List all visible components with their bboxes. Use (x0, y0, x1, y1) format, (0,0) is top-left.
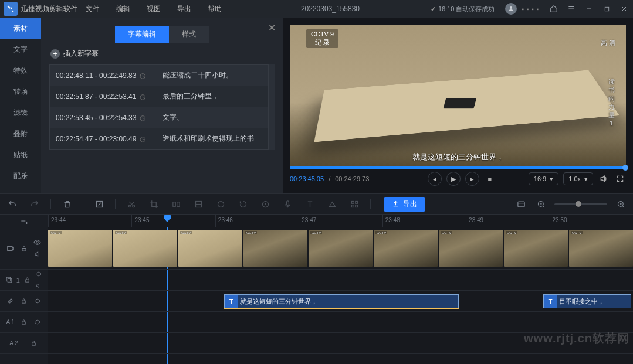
nav-music[interactable]: 配乐 (0, 165, 41, 186)
text-button[interactable] (303, 198, 316, 210)
subtitle-row[interactable]: 00:22:54.47 - 00:23:00.49◷ 造纸术和印刷术使得现上的书 (50, 128, 268, 149)
sound-icon (34, 282, 42, 290)
nav-filter[interactable]: 滤镜 (0, 102, 41, 123)
subtitle-clip[interactable]: T 目不暇接之中， (543, 294, 631, 308)
prev-frame-button[interactable]: ◂ (428, 172, 442, 186)
subtitle-scrollbar[interactable] (269, 64, 275, 150)
track-header-3[interactable] (0, 291, 48, 312)
volume-icon[interactable] (598, 173, 610, 185)
speed-select[interactable]: 1.0x▾ (563, 172, 593, 185)
fullscreen-icon[interactable] (614, 173, 626, 185)
track-header-a1[interactable]: A 1 (0, 312, 48, 333)
lock-icon (20, 297, 28, 305)
text-clip-icon: T (225, 295, 238, 308)
eye-icon (34, 270, 42, 278)
next-frame-button[interactable]: ▸ (465, 172, 479, 186)
nav-overlay[interactable]: 叠附 (0, 123, 41, 144)
home-button[interactable] (545, 0, 563, 18)
delete-button[interactable] (60, 198, 73, 210)
audio-track-2[interactable] (48, 333, 633, 354)
video-track[interactable]: CCTV CCTV CCTV CCTV CCTV CCTV CCTV CCTV … (48, 227, 633, 270)
maximize-button[interactable] (598, 0, 615, 18)
tool-a[interactable] (192, 198, 205, 210)
tab-subtitle-edit[interactable]: 字幕编辑 (115, 26, 169, 43)
redo-button[interactable] (28, 198, 41, 210)
scrub-handle[interactable] (622, 165, 628, 171)
tool-c[interactable] (326, 198, 338, 210)
tab-subtitle-style[interactable]: 样式 (169, 26, 209, 43)
clip-thumb[interactable]: CCTV (243, 230, 307, 267)
tracklist-button[interactable] (0, 215, 48, 227)
export-button[interactable]: 导出 (384, 197, 425, 212)
zoom-slider-knob[interactable] (576, 201, 581, 207)
clip-thumb[interactable]: CCTV (439, 230, 503, 267)
menu-file[interactable]: 文件 (77, 4, 108, 14)
hamburger-button[interactable] (563, 0, 580, 18)
time-total: 00:24:29.73 (335, 175, 369, 182)
speed-button[interactable] (259, 198, 272, 210)
menu-edit[interactable]: 编辑 (108, 4, 138, 14)
subtitle-clip[interactable]: T 就是这短短的三分钟世界， (224, 294, 459, 308)
aspect-ratio-select[interactable]: 16:9▾ (529, 172, 558, 185)
rotate-button[interactable] (236, 198, 249, 210)
panel-close-icon[interactable]: ✕ (268, 22, 276, 33)
scrub-bar[interactable] (290, 166, 626, 169)
preview-canvas[interactable]: CCTV 9 纪 录 高 清 读书的力量 1 就是这短短的三分钟世界， (290, 25, 626, 166)
track-body[interactable]: 23:44 23:45 23:46 23:47 23:48 23:49 23:5… (48, 215, 633, 364)
zoom-slider[interactable] (554, 203, 607, 205)
nav-text[interactable]: 文字 (0, 39, 41, 60)
clip-thumb[interactable]: CCTV (569, 230, 633, 267)
user-avatar[interactable] (505, 3, 517, 15)
lock-icon (23, 276, 31, 284)
crop-button[interactable] (147, 198, 160, 210)
zoom-out-button[interactable] (534, 198, 547, 210)
svg-rect-8 (177, 202, 179, 206)
snapshot-button[interactable] (514, 198, 527, 210)
nav-sticker[interactable]: 贴纸 (0, 144, 41, 165)
nav-effects[interactable]: 特效 (0, 60, 41, 81)
channel-badge: CCTV 9 纪 录 (306, 29, 338, 48)
minimize-button[interactable] (580, 0, 598, 18)
svg-rect-13 (351, 201, 354, 203)
time-ruler[interactable]: 23:44 23:45 23:46 23:47 23:48 23:49 23:5… (48, 215, 633, 227)
clip-thumb[interactable]: CCTV (374, 230, 438, 267)
svg-rect-27 (22, 322, 26, 324)
clip-thumb[interactable]: CCTV (113, 230, 177, 267)
svg-rect-7 (172, 202, 175, 206)
subtitle-track[interactable]: T 就是这短短的三分钟世界， T 目不暇接之中， (48, 291, 633, 312)
tool-b[interactable] (214, 198, 227, 210)
subtitle-row[interactable]: 00:22:51.87 - 00:22:53.41◷ 最后的三分钟里， (50, 86, 268, 107)
clip-thumb[interactable]: CCTV (309, 230, 373, 267)
cut-button[interactable] (125, 198, 138, 210)
play-button[interactable]: ▶ (446, 172, 461, 186)
clip-thumb[interactable]: CCTV (178, 230, 242, 267)
split-button[interactable] (170, 198, 182, 210)
document-title: 20220303_155830 (230, 5, 431, 13)
track-header-2[interactable]: 1 (0, 270, 48, 291)
clip-thumb[interactable]: CCTV (504, 230, 568, 267)
insert-subtitle-button[interactable]: + 插入新字幕 (50, 49, 275, 59)
subtitle-row[interactable]: 00:22:48.11 - 00:22:49.83◷ 能压缩成二十四小时。 (50, 65, 268, 86)
audio-track-1[interactable] (48, 312, 633, 333)
menu-help[interactable]: 帮助 (199, 4, 230, 14)
sound-icon (33, 250, 42, 258)
close-button[interactable] (615, 0, 633, 18)
subtitle-row[interactable]: 00:22:53.45 - 00:22:54.33◷ 文字、 (50, 107, 268, 128)
nav-material[interactable]: 素材 (0, 18, 41, 39)
video-track-header[interactable] (0, 227, 48, 270)
clock-icon: ◷ (140, 93, 145, 101)
edit-button[interactable] (93, 198, 106, 210)
eye-icon (33, 239, 42, 247)
track-header-a2[interactable]: A 2 (0, 333, 48, 354)
menu-view[interactable]: 视图 (138, 4, 169, 14)
overlay-track[interactable] (48, 270, 633, 291)
zoom-in-button[interactable] (614, 198, 627, 210)
clip-thumb[interactable]: CCTV (48, 230, 112, 267)
nav-transition[interactable]: 转场 (0, 81, 41, 102)
stop-button[interactable]: ■ (484, 173, 496, 185)
mic-button[interactable] (281, 198, 294, 210)
mosaic-button[interactable] (348, 198, 361, 210)
chevron-down-icon: ▾ (550, 175, 553, 183)
undo-button[interactable] (6, 198, 19, 210)
menu-export[interactable]: 导出 (169, 4, 199, 14)
